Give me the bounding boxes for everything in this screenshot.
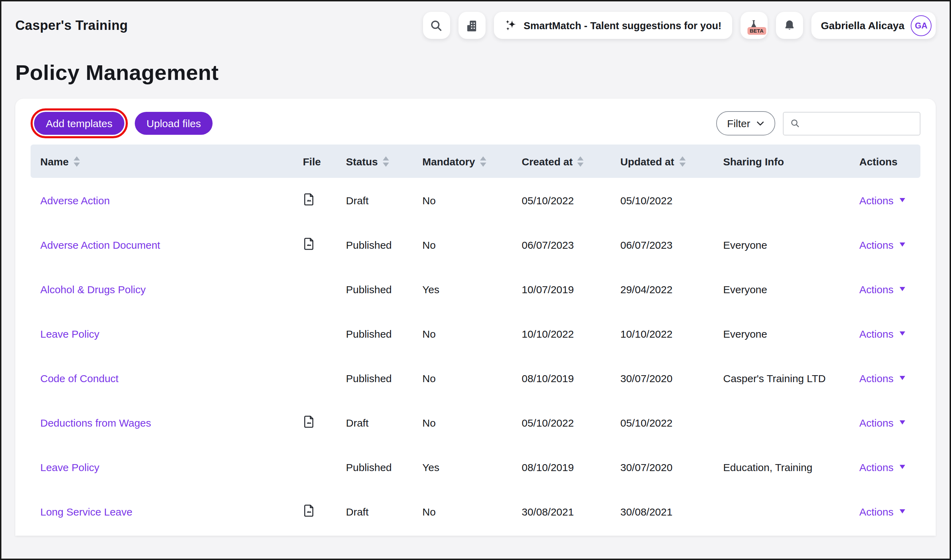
top-bar-actions: SmartMatch - Talent suggestions for you!… — [423, 12, 936, 39]
mandatory-text: No — [422, 372, 522, 384]
card-toolbar: Add templates Upload files Filter — [31, 108, 920, 138]
sharing-info-text: Everyone — [723, 238, 859, 251]
actions-label: Actions — [859, 372, 893, 384]
column-header-label: Mandatory — [422, 155, 475, 167]
table-row: Long Service Leave Draft No 30/08/2021 3… — [31, 489, 920, 534]
column-header-status[interactable]: Status — [346, 155, 422, 167]
sort-icon[interactable] — [74, 156, 80, 166]
policy-name-link[interactable]: Deductions from Wages — [40, 417, 151, 428]
chevron-down-icon — [757, 120, 764, 126]
sort-icon[interactable] — [679, 156, 685, 166]
policy-name-link[interactable]: Alcohol & Drugs Policy — [40, 283, 146, 295]
notifications-button[interactable] — [776, 12, 803, 39]
actions-dropdown[interactable]: Actions — [859, 461, 920, 473]
status-text: Published — [346, 372, 422, 384]
updated-at-text: 06/07/2023 — [620, 238, 723, 251]
status-text: Draft — [346, 417, 422, 428]
column-header-name[interactable]: Name — [31, 155, 303, 167]
actions-dropdown[interactable]: Actions — [859, 505, 920, 517]
column-header-label: Created at — [522, 155, 573, 167]
status-text: Published — [346, 461, 422, 473]
policy-search-input[interactable] — [805, 117, 914, 129]
sharing-info-text: Everyone — [723, 328, 859, 339]
policy-card: Add templates Upload files Filter Name — [15, 98, 936, 536]
smartmatch-button[interactable]: SmartMatch - Talent suggestions for you! — [494, 12, 732, 39]
updated-at-text: 30/07/2020 — [620, 372, 723, 384]
file-icon — [303, 192, 315, 206]
status-text: Published — [346, 283, 422, 295]
actions-label: Actions — [859, 505, 893, 517]
policy-name-link[interactable]: Adverse Action Document — [40, 238, 160, 251]
actions-dropdown[interactable]: Actions — [859, 417, 920, 428]
table-row: Leave Policy Published Yes 08/10/2019 30… — [31, 445, 920, 489]
sort-icon[interactable] — [578, 156, 584, 166]
global-search-button[interactable] — [423, 12, 450, 39]
organization-button[interactable] — [458, 12, 485, 39]
sort-icon[interactable] — [383, 156, 389, 166]
actions-label: Actions — [859, 283, 893, 295]
column-header-label: Name — [40, 155, 69, 167]
actions-label: Actions — [859, 194, 893, 206]
actions-dropdown[interactable]: Actions — [859, 283, 920, 295]
sparkles-icon — [504, 19, 517, 32]
actions-dropdown[interactable]: Actions — [859, 194, 920, 206]
status-text: Draft — [346, 505, 422, 517]
filter-dropdown[interactable]: Filter — [716, 111, 775, 135]
caret-down-icon — [900, 376, 905, 380]
created-at-text: 05/10/2022 — [522, 417, 620, 428]
updated-at-text: 30/07/2020 — [620, 461, 723, 473]
actions-dropdown[interactable]: Actions — [859, 238, 920, 251]
column-header-file: File — [303, 155, 346, 167]
policy-name-link[interactable]: Code of Conduct — [40, 372, 118, 384]
mandatory-text: No — [422, 194, 522, 206]
sort-icon[interactable] — [480, 156, 486, 166]
labs-button[interactable]: BETA — [740, 12, 767, 39]
top-bar: Casper's Training — [2, 2, 949, 39]
table-row: Adverse Action Document Published No 06/… — [31, 222, 920, 267]
column-header-created-at[interactable]: Created at — [522, 155, 620, 167]
caret-down-icon — [900, 243, 905, 247]
caret-down-icon — [900, 331, 905, 335]
avatar: GA — [911, 15, 931, 36]
actions-dropdown[interactable]: Actions — [859, 328, 920, 339]
column-header-label: Status — [346, 155, 378, 167]
created-at-text: 08/10/2019 — [522, 372, 620, 384]
column-header-updated-at[interactable]: Updated at — [620, 155, 723, 167]
filter-label: Filter — [727, 117, 750, 129]
smartmatch-label: SmartMatch - Talent suggestions for you! — [523, 20, 722, 31]
bell-icon — [783, 19, 796, 32]
table-row: Leave Policy Published No 10/10/2022 10/… — [31, 311, 920, 356]
created-at-text: 06/07/2023 — [522, 238, 620, 251]
updated-at-text: 30/08/2021 — [620, 505, 723, 517]
column-header-mandatory[interactable]: Mandatory — [422, 155, 522, 167]
annotation-highlight-ring: Add templates — [31, 108, 128, 138]
caret-down-icon — [900, 509, 905, 514]
mandatory-text: No — [422, 238, 522, 251]
created-at-text: 30/08/2021 — [522, 505, 620, 517]
actions-dropdown[interactable]: Actions — [859, 372, 920, 384]
policy-name-link[interactable]: Adverse Action — [40, 194, 110, 206]
actions-label: Actions — [859, 461, 893, 473]
policy-name-link[interactable]: Leave Policy — [40, 328, 99, 339]
updated-at-text: 29/04/2022 — [620, 283, 723, 295]
table-row: Deductions from Wages Draft No 05/10/202… — [31, 400, 920, 445]
upload-files-button[interactable]: Upload files — [135, 112, 213, 135]
caret-down-icon — [900, 465, 905, 469]
column-header-label: Actions — [859, 155, 897, 167]
building-icon — [465, 18, 479, 32]
file-icon — [303, 414, 315, 428]
sharing-info-text: Casper's Training LTD — [723, 372, 859, 384]
caret-down-icon — [900, 420, 905, 425]
user-menu[interactable]: Gabriella Alicaya GA — [811, 12, 936, 39]
user-name: Gabriella Alicaya — [821, 20, 905, 31]
policy-name-link[interactable]: Long Service Leave — [40, 505, 132, 517]
file-icon — [303, 503, 315, 517]
column-header-label: File — [303, 155, 321, 167]
status-text: Draft — [346, 194, 422, 206]
mandatory-text: Yes — [422, 283, 522, 295]
add-templates-button[interactable]: Add templates — [34, 112, 124, 135]
policy-name-link[interactable]: Leave Policy — [40, 461, 99, 473]
caret-down-icon — [900, 198, 905, 202]
app-title: Casper's Training — [15, 18, 128, 33]
search-icon — [790, 118, 800, 129]
